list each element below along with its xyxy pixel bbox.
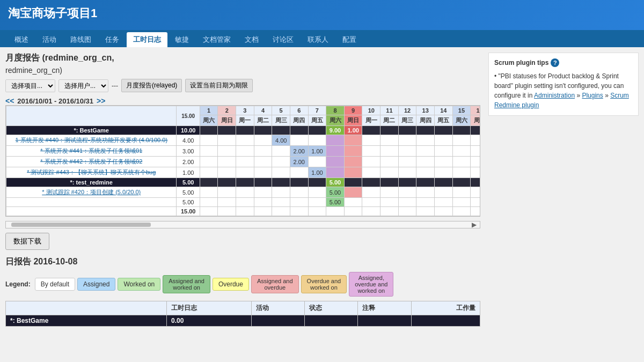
- daily-th-timelog: 工时日志: [167, 301, 252, 315]
- th-dayname-1: 周六: [200, 115, 218, 126]
- c440-7: [308, 135, 326, 146]
- issue-link-443[interactable]: * 测试跟踪 #443：【聊天系统】聊天系统有个bug: [27, 169, 156, 175]
- app-title: 淘宝商场子项目1: [8, 5, 636, 21]
- grand-total-label: [6, 207, 177, 216]
- legend-by-default: By default: [35, 278, 75, 291]
- tab-activity[interactable]: 活动: [36, 32, 63, 47]
- th-dayname-11: 周二: [380, 115, 399, 126]
- daily-th-comment: 注释: [358, 301, 411, 315]
- cell-3: [236, 126, 254, 135]
- tips-title: Scrum plugin tips ?: [494, 58, 633, 67]
- table-row: *: BestGame 10.00 9.00 1.00: [6, 126, 481, 135]
- issue-name-442: * 系统开发 #442：系统发子任务领域02: [6, 157, 177, 167]
- th-name: [6, 106, 177, 126]
- tab-overview[interactable]: 概述: [8, 32, 35, 47]
- legend-assigned-overdue: Assigned andoverdue: [251, 275, 299, 293]
- legend-worked-on: Worked on: [118, 278, 160, 291]
- tips-link-administration[interactable]: Administration: [534, 92, 575, 99]
- cell-7: [308, 126, 326, 135]
- timesheet-table-wrapper: 15.00 1 2 3 4 5 6 7 8 9 10 11 12 13: [5, 105, 480, 217]
- daily-report-title: 日报告 2016-10-08: [5, 256, 480, 268]
- daily-th-activity: 活动: [251, 301, 304, 315]
- sidebar: Scrum plugin tips ? • "PBI statuses for …: [488, 53, 639, 327]
- legend-overdue: Overdue: [213, 278, 249, 291]
- c440-13: [416, 135, 435, 146]
- date-range: 2016/10/01 - 2016/10/31: [17, 97, 93, 105]
- c441-3: [236, 146, 254, 157]
- c443-10: [362, 167, 380, 178]
- tab-agile[interactable]: 敏捷: [169, 32, 195, 47]
- c420-6: [290, 187, 308, 198]
- tab-tasks[interactable]: 任务: [99, 32, 126, 47]
- project-name-testredmine: *: test_redmine: [6, 178, 177, 187]
- daily-table: 工时日志 活动 状态 注释 工作量 *: BestGame 0.00: [5, 301, 480, 327]
- tab-forum[interactable]: 讨论区: [266, 32, 300, 47]
- issue-link-441[interactable]: * 系统开发 #441：系统发子任务领域01: [40, 147, 142, 154]
- tab-contacts[interactable]: 联系人: [301, 32, 335, 47]
- th-dayname-6: 周四: [290, 115, 308, 126]
- th-day-16: 16: [471, 106, 480, 115]
- c420-13: [416, 187, 435, 198]
- c420-14: [434, 187, 452, 198]
- legend-row: Legend: By default Assigned Worked on As…: [5, 272, 480, 297]
- tr-c12: [398, 178, 416, 187]
- project-total-bestgame: 10.00: [177, 126, 200, 135]
- cell-14: [434, 126, 452, 135]
- c440-12: [398, 135, 416, 146]
- project-total-testredmine: 5.00: [177, 178, 200, 187]
- nav-tabs: 概述 活动 路线图 任务 工时日志 敏捷 文档管家 文档 讨论区 联系人 配置: [0, 30, 644, 47]
- th-day-7: 7: [308, 106, 326, 115]
- c440-9: [344, 135, 362, 146]
- set-today-btn[interactable]: 设置当前日期为期限: [185, 79, 253, 92]
- daily-workload: [411, 315, 480, 327]
- c443-9: [344, 167, 362, 178]
- cell-2: [218, 126, 236, 135]
- th-day-12: 12: [398, 106, 416, 115]
- table-row: 1 系统开发 #440：测试流程-系统功能开发要求 (4.0/100.0) 4.…: [6, 135, 481, 146]
- issue-link-442[interactable]: * 系统开发 #442：系统发子任务领域02: [40, 158, 142, 165]
- next-arrow[interactable]: >>: [97, 97, 105, 105]
- tab-docmanager[interactable]: 文档管家: [196, 32, 237, 47]
- c440-3: [236, 135, 254, 146]
- scroll-right[interactable]: ▶: [469, 221, 480, 228]
- tab-docs[interactable]: 文档: [238, 32, 265, 47]
- c441-2: [218, 146, 236, 157]
- report-type-btn[interactable]: 月度报告(relayed): [121, 79, 182, 92]
- cell-11: [380, 126, 399, 135]
- issue-link-420[interactable]: * 测试跟踪 #420：项目创建 (5.0/20.0): [42, 189, 141, 195]
- c442-16: [471, 157, 480, 167]
- c420-5: [272, 187, 290, 198]
- tips-link-plugins[interactable]: Plugins: [582, 92, 603, 99]
- tr-c15: [452, 178, 471, 187]
- daily-th-workload: 工作量: [411, 301, 480, 315]
- c443-12: [398, 167, 416, 178]
- scrollbar-area[interactable]: ▶: [5, 221, 480, 228]
- download-btn[interactable]: 数据下载: [5, 233, 49, 250]
- tips-text: • "PBI statuses for Product backlog & Sp…: [494, 71, 633, 110]
- daily-project-name: *: BestGame: [6, 315, 167, 327]
- c443-2: [218, 167, 236, 178]
- tab-roadmap[interactable]: 路线图: [64, 32, 98, 47]
- c442-10: [362, 157, 380, 167]
- project-select[interactable]: 选择项目...: [5, 79, 55, 92]
- th-dayname-7: 周五: [308, 115, 326, 126]
- th-dayname-10: 周一: [362, 115, 380, 126]
- issue-link-440[interactable]: 1 系统开发 #440：测试流程-系统功能开发要求 (4.0/100.0): [15, 137, 167, 143]
- tab-config[interactable]: 配置: [336, 32, 363, 47]
- c420-11: [380, 187, 399, 198]
- tr-c3: [236, 178, 254, 187]
- cell-15: [452, 126, 471, 135]
- user-select[interactable]: 选择用户...: [58, 79, 108, 92]
- header-day-numbers: 15.00 1 2 3 4 5 6 7 8 9 10 11 12 13: [6, 106, 481, 115]
- c442-6: 2.00: [290, 157, 308, 167]
- c440-14: [434, 135, 452, 146]
- c440-6: [290, 135, 308, 146]
- th-dayname-15: 周六: [452, 115, 471, 126]
- prev-arrow[interactable]: <<: [5, 97, 14, 105]
- legend-assigned: Assigned: [77, 278, 115, 291]
- cell-1: [200, 126, 218, 135]
- tab-timelog[interactable]: 工时日志: [127, 32, 167, 47]
- c442-1: [200, 157, 218, 167]
- th-day-4: 4: [254, 106, 272, 115]
- daily-timelog: 0.00: [167, 315, 252, 327]
